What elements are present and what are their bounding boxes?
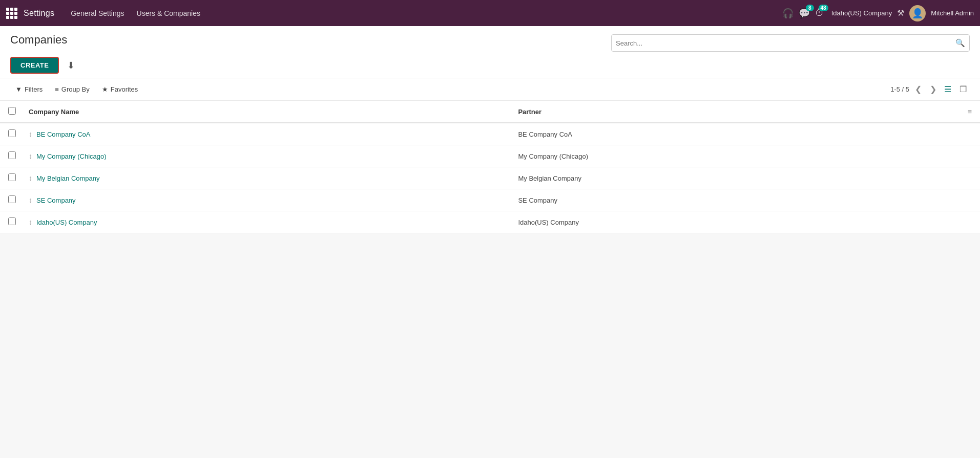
toolbar: CREATE ⬇ bbox=[10, 57, 970, 78]
table-row: ↕ Idaho(US) Company Idaho(US) Company bbox=[0, 211, 980, 233]
company-name-cell[interactable]: ↕ BE Company CoA bbox=[20, 123, 510, 145]
company-name-value[interactable]: Idaho(US) Company bbox=[36, 219, 97, 226]
company-name-cell[interactable]: ↕ SE Company bbox=[20, 189, 510, 211]
row-adjust-cell bbox=[960, 167, 980, 189]
partner-value: My Belgian Company bbox=[518, 175, 581, 182]
chat-icon[interactable]: 💬 8 bbox=[799, 8, 810, 19]
row-adjust-cell bbox=[960, 211, 980, 233]
adjust-columns-header[interactable]: ≡ bbox=[960, 101, 980, 123]
filters-label: Filters bbox=[25, 85, 43, 93]
row-checkbox[interactable] bbox=[8, 195, 16, 203]
adjust-icon[interactable]: ≡ bbox=[968, 107, 972, 116]
filter-row: ▼ Filters ≡ Group By ★ Favorites 1-5 / 5… bbox=[0, 78, 980, 101]
search-input[interactable] bbox=[616, 39, 955, 47]
company-name[interactable]: Idaho(US) Company bbox=[831, 9, 892, 17]
select-all-checkbox[interactable] bbox=[8, 107, 16, 115]
drag-handle-icon[interactable]: ↕ bbox=[29, 218, 32, 226]
company-name-cell[interactable]: ↕ My Company (Chicago) bbox=[20, 145, 510, 167]
search-bar: 🔍 bbox=[611, 34, 970, 52]
drag-handle-icon[interactable]: ↕ bbox=[29, 130, 32, 138]
prev-page-button[interactable]: ❮ bbox=[912, 83, 924, 95]
partner-value: SE Company bbox=[518, 197, 557, 204]
table-row: ↕ BE Company CoA BE Company CoA bbox=[0, 123, 980, 145]
nav-general-settings[interactable]: General Settings bbox=[67, 7, 128, 19]
row-checkbox-cell[interactable] bbox=[0, 189, 20, 211]
row-checkbox-cell[interactable] bbox=[0, 145, 20, 167]
row-checkbox-cell[interactable] bbox=[0, 167, 20, 189]
partner-cell: Idaho(US) Company bbox=[510, 211, 959, 233]
row-adjust-cell bbox=[960, 189, 980, 211]
row-checkbox-cell[interactable] bbox=[0, 123, 20, 145]
partner-value: My Company (Chicago) bbox=[518, 152, 588, 160]
favorites-label: Favorites bbox=[111, 85, 138, 93]
partner-cell: SE Company bbox=[510, 189, 959, 211]
group-by-label: Group By bbox=[61, 85, 90, 93]
wrench-icon[interactable]: ⚒ bbox=[897, 8, 904, 18]
layers-icon: ≡ bbox=[55, 85, 59, 93]
company-name-cell[interactable]: ↕ My Belgian Company bbox=[20, 167, 510, 189]
page-content: Companies 🔍 CREATE ⬇ ▼ Filters ≡ Group B… bbox=[0, 26, 980, 458]
table-header-row: Company Name Partner ≡ bbox=[0, 101, 980, 123]
clock-badge: 48 bbox=[819, 5, 828, 11]
partner-cell: BE Company CoA bbox=[510, 123, 959, 145]
chat-badge: 8 bbox=[806, 5, 814, 11]
drag-handle-icon[interactable]: ↕ bbox=[29, 196, 32, 204]
row-adjust-cell bbox=[960, 145, 980, 167]
page-title: Companies bbox=[10, 33, 67, 47]
partner-value: Idaho(US) Company bbox=[518, 219, 579, 226]
next-page-button[interactable]: ❯ bbox=[927, 83, 939, 95]
favorites-button[interactable]: ★ Favorites bbox=[97, 83, 143, 96]
company-name-cell[interactable]: ↕ Idaho(US) Company bbox=[20, 211, 510, 233]
select-all-header[interactable] bbox=[0, 101, 20, 123]
row-checkbox-cell[interactable] bbox=[0, 211, 20, 233]
group-by-button[interactable]: ≡ Group By bbox=[50, 83, 95, 96]
row-checkbox[interactable] bbox=[8, 217, 16, 225]
top-navigation: Settings General Settings Users & Compan… bbox=[0, 0, 980, 26]
username[interactable]: Mitchell Admin bbox=[931, 9, 974, 17]
partner-value: BE Company CoA bbox=[518, 130, 572, 138]
row-checkbox[interactable] bbox=[8, 173, 16, 181]
clock-icon[interactable]: ⏱ 48 bbox=[815, 8, 824, 18]
drag-handle-icon[interactable]: ↕ bbox=[29, 174, 32, 182]
row-checkbox[interactable] bbox=[8, 151, 16, 159]
app-menu-icon[interactable] bbox=[6, 8, 17, 19]
table-row: ↕ My Belgian Company My Belgian Company bbox=[0, 167, 980, 189]
sub-header: Companies 🔍 CREATE ⬇ bbox=[0, 26, 980, 78]
company-name-value[interactable]: BE Company CoA bbox=[36, 130, 91, 138]
partner-header[interactable]: Partner bbox=[510, 101, 959, 123]
pagination-range: 1-5 / 5 bbox=[890, 85, 909, 93]
support-icon[interactable]: 🎧 bbox=[782, 8, 794, 19]
table-row: ↕ My Company (Chicago) My Company (Chica… bbox=[0, 145, 980, 167]
company-name-header[interactable]: Company Name bbox=[20, 101, 510, 123]
nav-users-companies[interactable]: Users & Companies bbox=[133, 7, 205, 19]
kanban-view-button[interactable]: ❐ bbox=[956, 82, 970, 96]
star-icon: ★ bbox=[102, 85, 108, 93]
drag-handle-icon[interactable]: ↕ bbox=[29, 152, 32, 160]
app-title: Settings bbox=[24, 9, 54, 18]
filter-icon: ▼ bbox=[15, 85, 22, 93]
pagination: 1-5 / 5 ❮ ❯ bbox=[890, 83, 939, 95]
row-checkbox[interactable] bbox=[8, 129, 16, 137]
partner-cell: My Company (Chicago) bbox=[510, 145, 959, 167]
download-button[interactable]: ⬇ bbox=[63, 58, 79, 73]
row-adjust-cell bbox=[960, 123, 980, 145]
list-view-button[interactable]: ☰ bbox=[941, 82, 954, 96]
partner-cell: My Belgian Company bbox=[510, 167, 959, 189]
avatar[interactable]: 👤 bbox=[909, 5, 926, 21]
create-button[interactable]: CREATE bbox=[10, 57, 59, 74]
topbar-icons: 🎧 💬 8 ⏱ 48 Idaho(US) Company ⚒ 👤 Mitchel… bbox=[782, 5, 974, 21]
table-row: ↕ SE Company SE Company bbox=[0, 189, 980, 211]
search-icon[interactable]: 🔍 bbox=[955, 38, 965, 48]
companies-table: Company Name Partner ≡ ↕ BE Company CoA bbox=[0, 101, 980, 233]
company-name-value[interactable]: My Company (Chicago) bbox=[36, 152, 107, 160]
company-name-value[interactable]: My Belgian Company bbox=[36, 175, 100, 182]
filters-button[interactable]: ▼ Filters bbox=[10, 83, 48, 96]
company-name-value[interactable]: SE Company bbox=[36, 197, 76, 204]
